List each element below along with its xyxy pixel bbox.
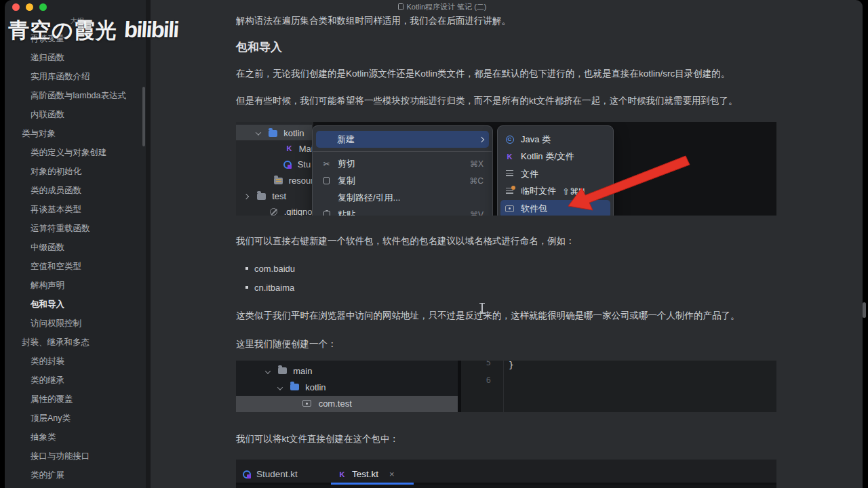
kotlin-class-icon <box>243 470 251 479</box>
sidebar-item-7[interactable]: 对象的初始化 <box>5 162 144 181</box>
tree-item-label: Mai <box>299 144 313 154</box>
package-icon <box>302 400 311 407</box>
sidebar-item-12[interactable]: 空值和空类型 <box>5 257 144 276</box>
menu-shortcut: ⌘X <box>470 159 484 169</box>
menu-shortcut: ⌘V <box>470 210 484 216</box>
minimize-window-button[interactable] <box>26 3 33 11</box>
menu-shortcut: ⇧⌘N <box>562 186 585 197</box>
gutter-divider <box>503 361 504 412</box>
project-tree-panel: kotlin K Mai Stu resour test <box>236 122 313 216</box>
close-window-button[interactable] <box>12 3 20 11</box>
embedded-screenshot-editor-tabs: Student.kt K Test.kt × <box>236 460 776 488</box>
section-heading: 包和导入 <box>236 39 282 55</box>
chevron-down-icon <box>256 129 261 135</box>
menu-item-cut: ✂ 剪切 ⌘X <box>313 155 492 172</box>
menu-item-label: 复制 <box>338 175 463 187</box>
tree-item-resources: resour <box>274 172 313 188</box>
text-cursor-pointer <box>481 304 483 312</box>
tree-item-label: Stu <box>298 159 311 169</box>
menu-item-label: 软件包 <box>521 203 547 215</box>
gitignore-icon <box>270 208 277 216</box>
paragraph: 我们可以直接右键新建一个软件包，软件包的包名建议以域名格式进行命名，例如： <box>236 235 782 247</box>
tree-item-com-test: com.test <box>302 396 352 412</box>
tree-item-label: test <box>272 191 286 201</box>
sidebar-item-6[interactable]: 类的定义与对象创建 <box>5 143 144 162</box>
tree-item-label: com.test <box>319 399 352 409</box>
paragraph: 我们可以将kt文件直接创建在这个包中： <box>236 433 782 445</box>
paragraph: 在之前，无论我们创建的是Kotlin源文件还是Kotlin类文件，都是在默认的包… <box>236 68 782 80</box>
sidebar-item-5[interactable]: 类与对象 <box>5 124 144 143</box>
kotlin-file-icon: K <box>285 144 294 153</box>
zoom-window-button[interactable] <box>39 3 47 11</box>
scratch-file-icon <box>505 188 515 195</box>
tree-item-kotlin: kotlin <box>256 125 304 140</box>
paragraph: 但是有些时候，我们可能希望将一些模块按功能进行归类，而不是所有的kt文件都挤在一… <box>236 95 782 107</box>
outline-sidebar: 大纲 再谈变量 递归函数 实用库函数介绍 高阶函数与lambda表达式 内联函数… <box>5 0 146 488</box>
sidebar-item-13[interactable]: 解构声明 <box>5 276 144 295</box>
sidebar-scrollbar[interactable] <box>142 87 145 146</box>
sidebar-item-16[interactable]: 封装、继承和多态 <box>5 333 144 352</box>
bullet-marker <box>245 286 248 289</box>
submenu-item-package: 软件包 <box>500 200 610 216</box>
sidebar-item-4[interactable]: 内联函数 <box>5 105 144 124</box>
sidebar-item-23[interactable]: 类的扩展 <box>5 466 144 485</box>
menu-item-label: 临时文件 <box>521 185 556 197</box>
app-window: 大纲 再谈变量 递归函数 实用库函数介绍 高阶函数与lambda表达式 内联函数… <box>0 0 868 488</box>
sidebar-item-10[interactable]: 运算符重载函数 <box>5 219 144 238</box>
menu-item-label: 文件 <box>521 168 538 180</box>
submenu-item-java-class: C Java 类 <box>498 131 613 148</box>
tab-label: Student.kt <box>256 467 298 482</box>
menu-item-label: Java 类 <box>521 134 551 146</box>
sidebar-item-22[interactable]: 接口与功能接口 <box>5 447 144 466</box>
java-class-icon: C <box>505 136 515 144</box>
sidebar-item-active[interactable]: 包和导入 <box>5 295 144 314</box>
list-item: cn.itbaima <box>245 283 294 293</box>
window-title: Kotlin程序设计 笔记 (二) <box>407 3 487 11</box>
line-number: 6 <box>477 375 491 385</box>
sidebar-item-1[interactable]: 递归函数 <box>5 48 144 67</box>
sidebar-item-15[interactable]: 访问权限控制 <box>5 314 144 333</box>
line-number: 5 <box>477 361 491 367</box>
kotlin-file-icon: K <box>505 152 515 161</box>
sidebar-item-21[interactable]: 抽象类 <box>5 428 144 447</box>
sidebar-item-11[interactable]: 中缀函数 <box>5 238 144 257</box>
sidebar-item-19[interactable]: 属性的覆盖 <box>5 390 144 409</box>
sidebar-item-3[interactable]: 高阶函数与lambda表达式 <box>5 86 144 105</box>
submenu-item-file: 文件 <box>498 165 613 183</box>
paragraph: 这里我们随便创建一个： <box>236 338 782 350</box>
sidebar-item-0[interactable]: 再谈变量 <box>5 29 144 48</box>
tree-item-test: test <box>244 188 286 203</box>
sidebar-item-18[interactable]: 类的继承 <box>5 371 144 390</box>
menu-item-copy: 复制 ⌘C <box>313 172 492 189</box>
menu-item-new: 新建 <box>316 131 489 148</box>
list-item-text: cn.itbaima <box>254 283 294 293</box>
embedded-screenshot-context-menu: kotlin K Mai Stu resour test <box>236 122 776 216</box>
sidebar-item-20[interactable]: 顶层Any类 <box>5 409 144 428</box>
sidebar-item-2[interactable]: 实用库函数介绍 <box>5 67 144 86</box>
document-pane: Kotlin程序设计 笔记 (二) 解构语法在遍历集合类和数组时同样适用，我们会… <box>151 0 863 488</box>
kotlin-file-icon: K <box>338 470 347 479</box>
tree-item-main: main <box>266 363 312 380</box>
menu-item-label: 剪切 <box>338 158 464 170</box>
folder-icon <box>290 384 299 390</box>
tree-item-student: Stu <box>283 156 311 171</box>
chevron-down-icon <box>265 368 271 373</box>
menu-item-copy-path: 复制路径/引用... <box>313 189 492 206</box>
document-icon <box>398 3 403 10</box>
chevron-right-icon <box>243 193 249 199</box>
tree-item-kotlin: kotlin <box>278 380 326 396</box>
copy-icon <box>321 177 332 184</box>
main-scrollbar[interactable] <box>863 302 866 318</box>
folder-icon <box>278 367 287 374</box>
sidebar-item-17[interactable]: 类的封装 <box>5 352 144 371</box>
tree-item-label: kotlin <box>283 128 304 138</box>
menu-item-paste: 粘贴 ⌘V <box>313 206 492 216</box>
tree-item-label: resour <box>289 176 314 186</box>
new-submenu: C Java 类 K Kotlin 类/文件 文件 临时文件 ⇧⌘N <box>497 125 614 216</box>
sidebar-item-8[interactable]: 类的成员函数 <box>5 181 144 200</box>
tree-item-main-kt: K Mai <box>285 140 313 156</box>
scissors-icon: ✂ <box>321 159 332 169</box>
bullet-marker <box>245 267 248 270</box>
sidebar-item-9[interactable]: 再谈基本类型 <box>5 200 144 219</box>
outline-header: 大纲 <box>71 16 84 26</box>
